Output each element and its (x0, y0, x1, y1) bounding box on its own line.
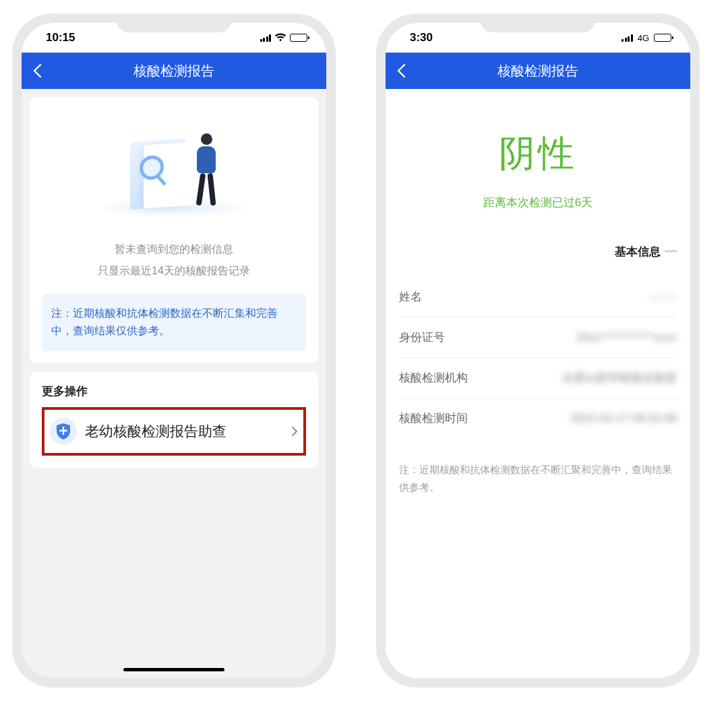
info-value: 2022-02-17 09:32:49 (570, 412, 677, 425)
info-value: — — (650, 291, 677, 304)
phone-frame-right: 3:30 4G 核酸检测报告 阴性 距离本次检测已过6天 基本信息 ᵕᵕᵕ (376, 13, 700, 688)
assist-query-label: 老幼核酸检测报告助查 (85, 422, 283, 441)
nav-bar: 核酸检测报告 (22, 53, 326, 89)
empty-state-text: 暂未查询到您的检测信息 只显示最近14天的核酸报告记录 (42, 239, 306, 282)
note-box: 注：近期核酸和抗体检测数据在不断汇集和完善中，查询结果仅供参考。 (42, 294, 306, 351)
assist-query-row[interactable]: 老幼核酸检测报告助查 (42, 407, 306, 456)
phone-frame-left: 10:15 核酸检测报告 (12, 13, 336, 688)
chevron-right-icon (291, 426, 298, 437)
shield-icon (50, 418, 77, 445)
phone-notch (481, 13, 595, 32)
phone-screen-right: 3:30 4G 核酸检测报告 阴性 距离本次检测已过6天 基本信息 ᵕᵕᵕ (386, 23, 690, 678)
info-row-id: 身份证号 34xx************xxxx (399, 317, 677, 358)
phone-screen-left: 10:15 核酸检测报告 (22, 23, 326, 678)
info-value: 合肥xx医学检验实验室 (562, 370, 677, 386)
content-right: 阴性 距离本次检测已过6天 基本信息 ᵕᵕᵕ 姓名 — — 身份证号 34xx*… (386, 89, 690, 678)
more-ops-title: 更多操作 (42, 384, 306, 399)
info-label: 身份证号 (399, 330, 445, 345)
basic-info-header[interactable]: 基本信息 ᵕᵕᵕ (386, 239, 690, 269)
info-row-time: 核酸检测时间 2022-02-17 09:32:49 (399, 398, 677, 438)
nav-title: 核酸检测报告 (497, 62, 578, 80)
phone-notch (117, 13, 231, 32)
back-button[interactable] (396, 63, 406, 78)
result-block: 阴性 距离本次检测已过6天 (386, 89, 690, 231)
nav-bar: 核酸检测报告 (386, 53, 690, 89)
content-left: 暂未查询到您的检测信息 只显示最近14天的核酸报告记录 注：近期核酸和抗体检测数… (22, 89, 326, 678)
hide-info-icon[interactable]: ᵕᵕᵕ (665, 245, 677, 258)
info-list: 姓名 — — 身份证号 34xx************xxxx 核酸检测机构 … (386, 277, 690, 438)
info-row-institution: 核酸检测机构 合肥xx医学检验实验室 (399, 358, 677, 398)
empty-state-card: 暂未查询到您的检测信息 只显示最近14天的核酸报告记录 注：近期核酸和抗体检测数… (30, 97, 318, 363)
bottom-note: 注：近期核酸和抗体检测数据在不断汇聚和完善中，查询结果供参考。 (386, 446, 690, 510)
result-subtext: 距离本次检测已过6天 (399, 195, 677, 210)
wifi-icon (274, 33, 286, 42)
more-ops-card: 更多操作 老幼核酸检测报告助查 (30, 371, 318, 468)
network-label: 4G (638, 33, 649, 43)
empty-line-2: 只显示最近14天的核酸报告记录 (42, 260, 306, 282)
signal-icon (260, 34, 272, 42)
info-value: 34xx************xxxx (576, 331, 677, 344)
home-indicator[interactable] (123, 668, 224, 671)
info-row-name: 姓名 — — (399, 277, 677, 317)
battery-icon (290, 34, 307, 42)
status-time: 3:30 (410, 31, 433, 44)
basic-info-title: 基本信息 (615, 244, 661, 260)
nav-title: 核酸检测报告 (133, 62, 214, 80)
info-label: 核酸检测机构 (399, 370, 468, 386)
status-icons: 4G (621, 33, 671, 43)
info-label: 核酸检测时间 (399, 410, 468, 426)
signal-icon (621, 34, 633, 42)
result-status: 阴性 (399, 129, 677, 179)
status-icons (260, 33, 308, 42)
empty-line-1: 暂未查询到您的检测信息 (42, 239, 306, 260)
empty-state-illustration (42, 109, 306, 229)
battery-icon (654, 34, 671, 42)
status-time: 10:15 (46, 31, 75, 44)
back-button[interactable] (32, 63, 42, 78)
info-label: 姓名 (399, 289, 422, 305)
